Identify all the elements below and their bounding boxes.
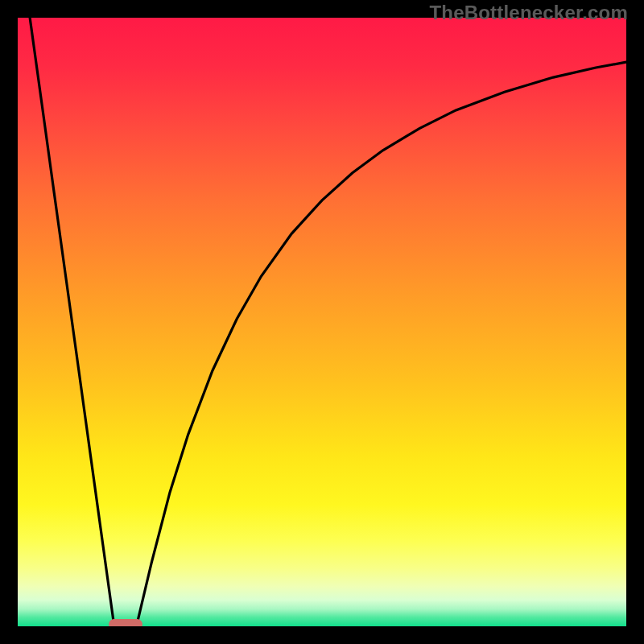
chart-svg: [18, 18, 626, 626]
plot-area: [18, 18, 626, 626]
bottleneck-marker: [109, 619, 142, 626]
watermark-text: TheBottlenecker.com: [429, 2, 628, 24]
gradient-background: [18, 18, 626, 626]
chart-frame: TheBottlenecker.com: [0, 0, 644, 644]
